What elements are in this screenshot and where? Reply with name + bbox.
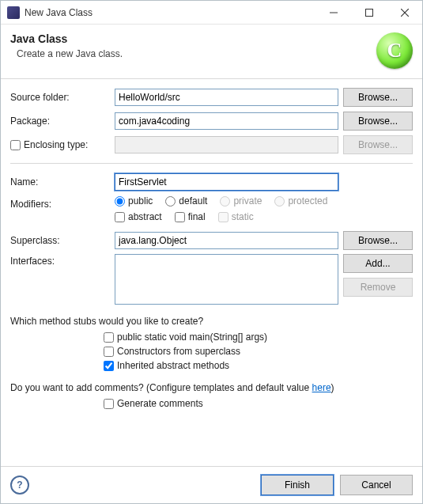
stub-constructors[interactable]: Constructors from superclass [104,346,413,357]
eclipse-icon [7,6,20,19]
source-folder-browse-button[interactable]: Browse... [343,88,413,107]
modifier-static: static [218,211,254,222]
configure-templates-link[interactable]: here [312,382,331,393]
dialog-body: Source folder: Browse... Package: Browse… [1,79,422,466]
enclosing-type-browse-button: Browse... [343,135,413,154]
interfaces-label: Interfaces: [10,254,110,267]
source-folder-label: Source folder: [10,92,110,103]
package-input[interactable] [115,112,338,130]
package-label: Package: [10,116,110,127]
dialog-footer: ? Finish Cancel [1,466,422,503]
maximize-button[interactable] [351,1,387,25]
interfaces-add-button[interactable]: Add... [343,254,413,273]
other-modifiers-group: abstract final static [115,211,338,222]
superclass-input[interactable] [115,232,338,249]
banner-heading: Java Class [10,32,376,45]
enclosing-type-label: Enclosing type: [24,139,88,150]
finish-button[interactable]: Finish [261,475,334,495]
name-label: Name: [10,176,110,188]
minimize-button[interactable] [315,1,351,25]
superclass-browse-button[interactable]: Browse... [343,231,413,250]
modifier-private: private [220,195,262,207]
enclosing-type-toggle[interactable]: Enclosing type: [10,139,110,150]
stubs-question: Which method stubs would you like to cre… [10,316,413,327]
modifier-final[interactable]: final [175,211,206,222]
stub-main[interactable]: public static void main(String[] args) [104,332,413,343]
close-icon [401,9,409,17]
help-button[interactable]: ? [10,476,29,495]
stub-inherited[interactable]: Inherited abstract methods [104,360,413,371]
comments-question: Do you want to add comments? (Configure … [10,382,413,393]
svg-rect-0 [365,9,372,16]
generate-comments[interactable]: Generate comments [104,398,413,409]
banner: Java Class Create a new Java class. C [1,25,422,79]
enclosing-type-checkbox[interactable] [10,140,21,150]
superclass-label: Superclass: [10,235,110,246]
name-input[interactable] [115,173,338,191]
interfaces-list[interactable] [115,254,338,305]
modifier-protected: protected [274,195,327,207]
new-java-class-dialog: New Java Class Java Class Create a new J… [0,0,423,504]
window-title: New Java Class [25,7,315,18]
separator [10,163,413,164]
enclosing-type-input [115,136,338,153]
minimize-icon [330,9,338,17]
class-decor-icon: C [376,32,413,69]
modifiers-label: Modifiers: [10,195,110,210]
package-browse-button[interactable]: Browse... [343,112,413,131]
access-modifiers-group: public default private protected [115,195,338,207]
maximize-icon [365,9,373,17]
modifier-public[interactable]: public [115,195,153,207]
help-icon: ? [17,479,22,491]
close-button[interactable] [387,1,422,25]
banner-sub: Create a new Java class. [10,48,376,59]
interfaces-remove-button: Remove [343,278,413,297]
source-folder-input[interactable] [115,89,338,106]
modifier-default[interactable]: default [165,195,207,207]
modifier-abstract[interactable]: abstract [115,211,162,222]
cancel-button[interactable]: Cancel [340,475,413,495]
titlebar: New Java Class [1,1,422,25]
